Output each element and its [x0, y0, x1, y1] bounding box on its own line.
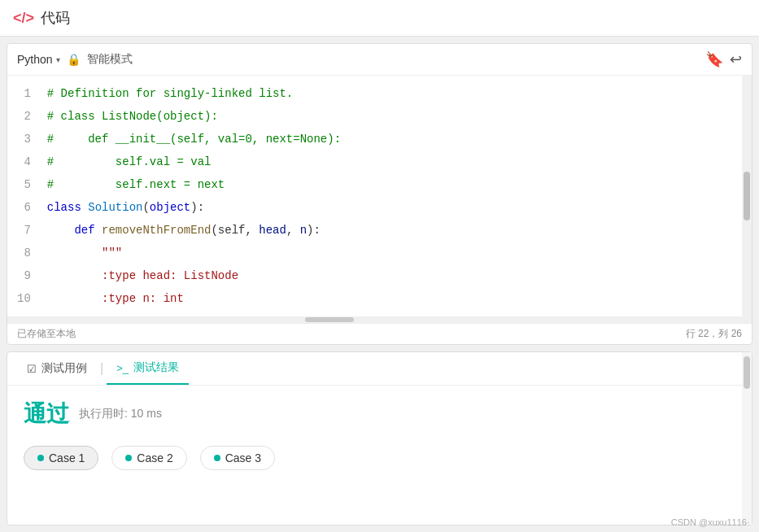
result-area: 通过 执行用时: 10 ms Case 1 Case 2 Case 3 — [7, 386, 752, 525]
terminal-icon: >_ — [116, 362, 129, 374]
horizontal-scrollbar[interactable] — [7, 316, 752, 323]
language-label: Python — [17, 53, 53, 66]
code-content: # Definition for singly-linked list. # c… — [41, 82, 752, 310]
lock-icon: 🔒 — [67, 53, 81, 66]
code-line-8: """ — [47, 242, 745, 264]
undo-icon[interactable]: ↩ — [730, 50, 742, 68]
tab-test-case-label: 测试用例 — [41, 361, 87, 376]
code-line-6: class Solution(object): — [47, 196, 745, 219]
code-line-2: # class ListNode(object): — [47, 105, 745, 128]
code-line-7: def removeNthFromEnd(self, head, n): — [47, 219, 745, 242]
tab-test-case[interactable]: ☑ 测试用例 — [17, 353, 97, 384]
language-selector[interactable]: Python ▾ — [17, 53, 60, 66]
bottom-panel: ☑ 测试用例 | >_ 测试结果 通过 执行用时: 10 ms Case 1 — [7, 351, 752, 525]
case-1-label: Case 1 — [49, 451, 85, 464]
code-line-1: # Definition for singly-linked list. — [47, 82, 745, 105]
code-toolbar: Python ▾ 🔒 智能模式 🔖 ↩ — [7, 44, 752, 76]
code-line-9: :type head: ListNode — [47, 264, 745, 287]
line-numbers: 1 2 3 4 5 6 7 8 9 10 — [7, 82, 41, 310]
page-title: 代码 — [41, 8, 70, 28]
h-scrollbar-thumb — [305, 317, 354, 322]
case-3-button[interactable]: Case 3 — [200, 446, 275, 470]
code-line-5: # self.next = next — [47, 173, 745, 196]
code-statusbar: 已存储至本地 行 22，列 26 — [7, 323, 752, 344]
code-panel: Python ▾ 🔒 智能模式 🔖 ↩ 1 2 3 4 5 6 7 8 9 10 — [7, 43, 752, 345]
execution-time: 执行用时: 10 ms — [79, 407, 162, 421]
case-3-dot — [214, 455, 220, 461]
cursor-position: 行 22，列 26 — [686, 327, 742, 341]
chevron-down-icon: ▾ — [56, 55, 60, 64]
tab-test-result-label: 测试结果 — [133, 360, 179, 375]
code-line-3: # def __init__(self, val=0, next=None): — [47, 128, 745, 150]
checkbox-icon: ☑ — [27, 363, 37, 375]
vertical-scrollbar[interactable] — [742, 76, 752, 316]
watermark: CSDN @xuxu1116· — [671, 517, 749, 527]
bookmark-icon[interactable]: 🔖 — [705, 50, 723, 68]
case-3-label: Case 3 — [225, 451, 261, 464]
case-2-button[interactable]: Case 2 — [111, 446, 186, 470]
code-icon: </> — [13, 10, 34, 27]
bottom-tabs: ☑ 测试用例 | >_ 测试结果 — [7, 352, 752, 386]
cases-row: Case 1 Case 2 Case 3 — [24, 446, 735, 470]
code-line-4: # self.val = val — [47, 150, 745, 173]
case-1-dot — [37, 455, 44, 461]
result-status: 通过 执行用时: 10 ms — [24, 399, 735, 430]
smart-mode-label: 智能模式 — [87, 52, 133, 67]
right-scrollbar[interactable] — [742, 352, 752, 525]
tab-divider: | — [100, 361, 103, 376]
scrollbar-thumb — [744, 172, 750, 220]
case-2-label: Case 2 — [137, 451, 172, 464]
status-saved: 已存储至本地 — [17, 327, 76, 341]
case-2-dot — [125, 455, 132, 461]
page-header: </> 代码 — [0, 0, 759, 37]
code-line-10: :type n: int — [47, 287, 745, 310]
right-scrollbar-thumb — [744, 356, 750, 389]
code-editor[interactable]: 1 2 3 4 5 6 7 8 9 10 # Definition for si… — [7, 76, 752, 316]
tab-test-result[interactable]: >_ 测试结果 — [107, 352, 189, 385]
status-pass-text: 通过 — [24, 399, 69, 430]
case-1-button[interactable]: Case 1 — [24, 446, 98, 470]
